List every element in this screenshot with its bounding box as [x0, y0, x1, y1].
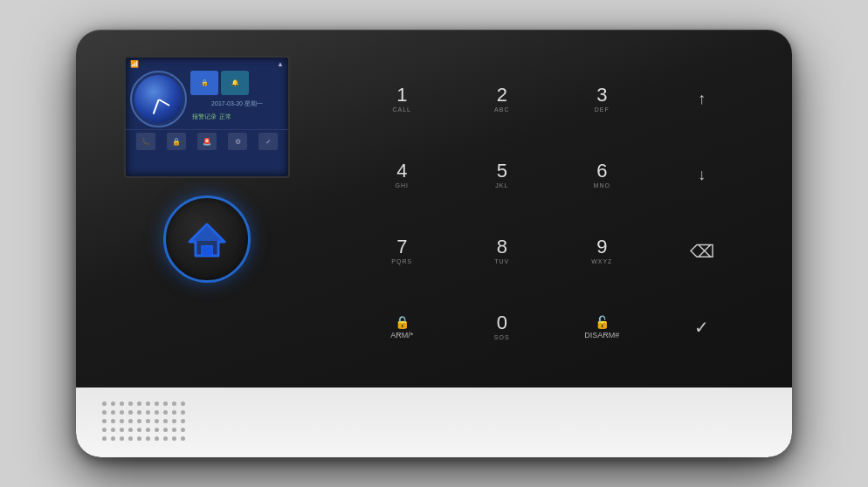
- key-5[interactable]: 5 JKL: [456, 158, 549, 192]
- key-6[interactable]: 6 MNO: [555, 158, 649, 192]
- device-bottom-strip: [76, 388, 792, 457]
- unlock-icon: 🔓: [595, 315, 610, 329]
- key-up-arrow: ↑: [698, 90, 706, 108]
- speaker-dot: [163, 436, 168, 441]
- keypad: 1 CALL 2 ABC 3 DEF ↑ 4 GHI 5 JKL: [338, 56, 757, 370]
- lcd-alarm-icon: 🚨: [197, 133, 217, 150]
- key-confirm[interactable]: ✓: [656, 313, 749, 341]
- key-4-sub: GHI: [396, 182, 409, 189]
- speaker-grille: [102, 401, 188, 443]
- alarm-panel-device: 📶 ▲ 🔒 🔔 2017-0: [76, 30, 792, 457]
- lcd-phone-icon: 📞: [136, 133, 155, 150]
- speaker-dot: [120, 419, 124, 423]
- speaker-dot: [102, 410, 107, 415]
- speaker-dot: [146, 419, 150, 423]
- lcd-tiles: 🔒 🔔 2017-03-20 星期一 报警记录 正常: [190, 71, 284, 127]
- key-3-sub: DEF: [595, 106, 610, 113]
- wifi-icon: ▲: [277, 60, 284, 68]
- key-backspace[interactable]: ⌫: [656, 237, 749, 265]
- speaker-dot: [111, 436, 115, 441]
- speaker-dot: [128, 428, 133, 432]
- speaker-dot: [155, 410, 159, 415]
- key-up[interactable]: ↑: [656, 86, 749, 112]
- speaker-dot: [120, 401, 124, 406]
- key-0[interactable]: 0 SOS: [456, 310, 549, 344]
- device-top-panel: 📶 ▲ 🔒 🔔 2017-0: [76, 30, 792, 388]
- key-4-main: 4: [396, 161, 407, 181]
- speaker-dot: [172, 401, 176, 406]
- lcd-main-content: 🔒 🔔 2017-03-20 星期一 报警记录 正常: [126, 71, 288, 127]
- lcd-log-label: 报警记录: [192, 113, 217, 121]
- key-4[interactable]: 4 GHI: [355, 158, 449, 192]
- speaker-dot: [172, 428, 176, 432]
- backspace-icon: ⌫: [690, 241, 714, 262]
- key-1[interactable]: 1 CALL: [355, 82, 449, 116]
- key-arm[interactable]: 🔒 ARM/*: [355, 312, 449, 343]
- lcd-status-label: 正常: [219, 113, 231, 121]
- key-7-sub: PQRS: [391, 258, 412, 264]
- speaker-dot: [128, 436, 133, 441]
- lock-icon: 🔒: [395, 315, 410, 329]
- speaker-dot: [111, 428, 115, 432]
- speaker-dot: [146, 401, 150, 406]
- lcd-status-row: 报警记录 正常: [190, 113, 284, 121]
- key-8[interactable]: 8 TUV: [456, 234, 549, 268]
- speaker-dot: [172, 419, 176, 423]
- key-0-sub: SOS: [494, 334, 510, 340]
- speaker-dot: [137, 428, 141, 432]
- speaker-dot: [181, 428, 185, 432]
- clock-face: [134, 75, 183, 123]
- lcd-date: 2017-03-20 星期一: [190, 98, 284, 110]
- speaker-dot: [102, 428, 107, 432]
- key-2-sub: ABC: [494, 106, 509, 113]
- speaker-dot: [102, 436, 107, 441]
- key-down[interactable]: ↓: [656, 162, 749, 188]
- speaker-dot: [146, 436, 150, 441]
- checkmark-icon: ✓: [694, 317, 709, 338]
- lcd-status-bar: 📶 ▲: [126, 58, 288, 71]
- speaker-dot: [181, 419, 185, 423]
- speaker-dot: [137, 410, 141, 415]
- key-6-main: 6: [596, 161, 607, 181]
- key-5-main: 5: [497, 161, 507, 181]
- key-2-main: 2: [497, 86, 507, 105]
- speaker-dot: [155, 436, 159, 441]
- speaker-dot: [163, 428, 168, 432]
- key-0-main: 0: [497, 313, 507, 333]
- speaker-dot: [137, 401, 141, 406]
- speaker-dot: [181, 436, 185, 441]
- speaker-dot: [128, 419, 133, 423]
- key-disarm-label: DISARM#: [584, 331, 619, 340]
- key-1-sub: CALL: [392, 106, 411, 113]
- tile-alert: 🔔: [221, 71, 249, 95]
- key-7[interactable]: 7 PQRS: [355, 234, 449, 268]
- speaker-dot: [155, 419, 159, 423]
- tile-row-top: 🔒 🔔: [190, 71, 284, 95]
- key-3[interactable]: 3 DEF: [555, 82, 649, 116]
- key-arm-label: ARM/*: [390, 331, 413, 340]
- key-disarm[interactable]: 🔓 DISARM#: [555, 312, 649, 343]
- speaker-dot: [120, 428, 124, 432]
- key-2[interactable]: 2 ABC: [456, 82, 549, 116]
- key-9[interactable]: 9 WXYZ: [555, 234, 649, 268]
- speaker-dot: [128, 410, 133, 415]
- home-icon: [185, 217, 229, 261]
- key-5-sub: JKL: [495, 182, 508, 189]
- speaker-dot: [155, 428, 159, 432]
- key-6-sub: MNO: [594, 182, 610, 189]
- svg-rect-3: [202, 246, 212, 256]
- speaker-dot: [181, 410, 185, 415]
- speaker-dot: [137, 436, 141, 441]
- key-down-arrow: ↓: [698, 166, 706, 184]
- speaker-dot: [163, 419, 168, 423]
- lcd-check-icon: ✓: [258, 133, 278, 150]
- speaker-dot: [163, 410, 168, 415]
- clock-widget: [130, 71, 187, 127]
- clock-minute-hand: [153, 99, 160, 113]
- key-9-main: 9: [596, 237, 607, 257]
- speaker-dot: [146, 410, 150, 415]
- home-button[interactable]: [163, 195, 251, 283]
- tile-lock: 🔒: [190, 71, 218, 95]
- key-7-main: 7: [396, 237, 407, 257]
- lcd-settings-icon: ⚙: [228, 133, 247, 150]
